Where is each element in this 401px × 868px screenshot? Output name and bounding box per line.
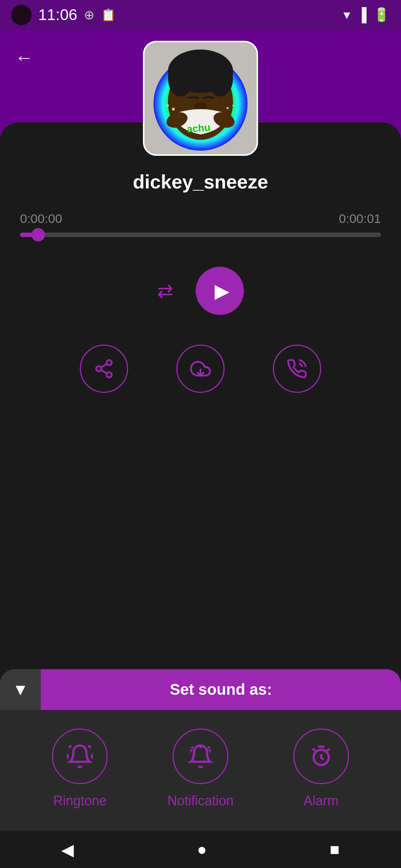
play-button[interactable]: ▶ — [196, 267, 244, 315]
nav-back-button[interactable]: ◀ — [61, 840, 74, 859]
ringtone-circle — [52, 729, 108, 784]
bottom-panel: ▼ Set sound as: Ringtone — [0, 669, 401, 831]
alarm-icon — [308, 743, 334, 769]
notification-icon — [188, 743, 213, 769]
sim-icon: 📋 — [101, 8, 116, 22]
repeat-button[interactable]: ⇄ — [157, 280, 173, 302]
svg-text:achu: achu — [186, 121, 211, 135]
set-sound-button[interactable]: Set sound as: — [41, 669, 401, 710]
album-art: achu — [143, 41, 258, 156]
svg-line-18 — [101, 364, 107, 367]
nav-recent-button[interactable]: ■ — [330, 840, 340, 859]
action-row — [80, 345, 321, 393]
back-button[interactable]: ← — [15, 48, 33, 67]
svg-point-15 — [96, 366, 101, 371]
controls-row: ⇄ ▶ — [157, 267, 244, 315]
time-row: 0:00:00 0:00:01 — [20, 211, 381, 226]
signal-icon: ▐ — [357, 7, 366, 23]
svg-line-17 — [101, 370, 107, 374]
set-sound-row: ▼ Set sound as: — [0, 669, 401, 710]
ringtone-label: Ringtone — [53, 793, 107, 809]
nav-home-button[interactable]: ● — [197, 840, 207, 859]
notification-circle — [173, 729, 228, 784]
svg-point-16 — [107, 372, 112, 377]
svg-point-10 — [172, 108, 175, 111]
share-button[interactable] — [80, 345, 128, 393]
svg-point-13 — [232, 105, 234, 106]
track-name: dickey_sneeze — [133, 171, 268, 193]
phone-button[interactable] — [273, 345, 321, 393]
share-icon — [94, 358, 114, 379]
svg-point-5 — [208, 60, 233, 96]
svg-point-14 — [107, 360, 112, 365]
battery-icon: 🔋 — [373, 7, 390, 23]
nav-bar: ◀ ● ■ — [0, 831, 401, 868]
current-time: 0:00:00 — [20, 211, 62, 226]
progress-fill — [20, 233, 38, 237]
alarm-option[interactable]: Alarm — [293, 729, 349, 809]
download-button[interactable] — [176, 345, 225, 393]
progress-thumb — [32, 228, 45, 241]
download-icon — [190, 358, 211, 379]
total-time: 0:00:01 — [339, 211, 381, 226]
wifi-icon: ▾ — [343, 7, 350, 23]
sound-options: Ringtone Notification — [0, 710, 401, 831]
set-sound-label: Set sound as: — [170, 681, 272, 698]
svg-point-4 — [168, 60, 193, 96]
album-art-svg: achu — [144, 42, 257, 154]
chevron-down-icon: ▼ — [12, 680, 29, 699]
status-bar: 11:06 ⊕ 📋 ▾ ▐ 🔋 — [0, 0, 401, 30]
alarm-circle — [293, 729, 349, 784]
mastercard-icon: ⊕ — [84, 7, 94, 22]
status-time: 11:06 — [38, 6, 77, 24]
ringtone-icon — [67, 743, 93, 769]
notification-dot — [11, 5, 32, 25]
svg-point-12 — [167, 105, 169, 107]
progress-bar[interactable] — [20, 233, 381, 237]
chevron-button[interactable]: ▼ — [0, 669, 41, 710]
alarm-label: Alarm — [304, 793, 339, 809]
notification-label: Notification — [167, 793, 234, 809]
ringtone-option[interactable]: Ringtone — [52, 729, 108, 809]
phone-icon — [287, 358, 307, 379]
notification-option[interactable]: Notification — [167, 729, 234, 809]
play-icon: ▶ — [215, 280, 229, 302]
svg-point-11 — [226, 107, 229, 109]
svg-point-20 — [199, 745, 202, 748]
